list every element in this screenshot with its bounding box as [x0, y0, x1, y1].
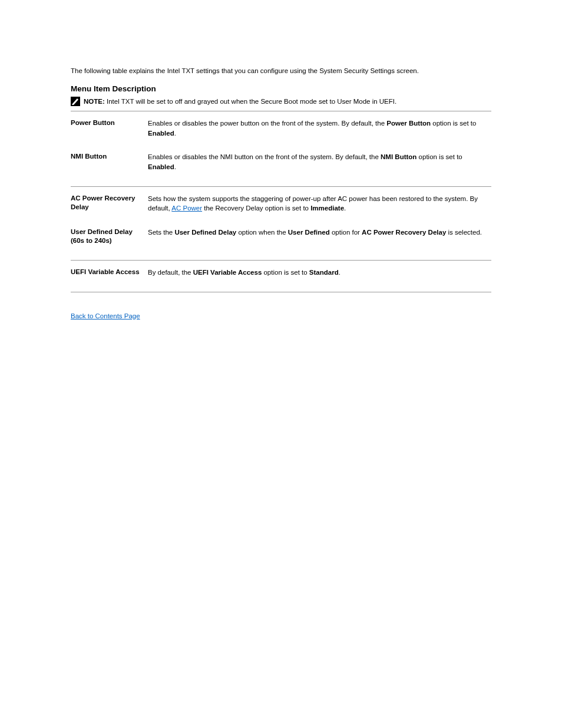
bold-term: UEFI Variable Access [193, 269, 262, 276]
text-span: option when the [236, 229, 288, 236]
inline-link[interactable]: AC Power [171, 205, 202, 212]
setting-description: Sets the User Defined Delay option when … [148, 225, 491, 258]
row-divider [71, 260, 491, 261]
table-row: AC Power Recovery DelaySets how the syst… [71, 192, 491, 225]
note-text: NOTE: Intel TXT will be set to off and g… [84, 97, 491, 106]
setting-description: Enables or disables the power button on … [148, 116, 491, 150]
section-heading: Menu Item Description [71, 84, 491, 93]
table-row: Power ButtonEnables or disables the powe… [71, 116, 491, 150]
document-page: The following table explains the Intel T… [0, 0, 562, 728]
back-link-container: Back to Contents Page [71, 312, 491, 319]
bold-term: User Defined [288, 229, 330, 236]
text-span: option is set to [431, 120, 476, 127]
text-span: Enables or disables the power button on … [148, 120, 386, 127]
setting-description: By default, the UEFI Variable Access opt… [148, 265, 491, 289]
bold-term: Enabled [148, 130, 174, 137]
text-span: the Recovery Delay option is set to [202, 205, 310, 212]
setting-name: Power Button [71, 116, 148, 150]
bold-term: Immediate [310, 205, 344, 212]
note-icon [71, 97, 80, 106]
table-row: NMI ButtonEnables or disables the NMI bu… [71, 150, 491, 183]
bold-term: Standard [309, 269, 339, 276]
bold-term: NMI Button [381, 153, 416, 160]
note-label: NOTE: [84, 98, 107, 105]
text-span: option is set to [262, 269, 309, 276]
text-span: Enables or disables the NMI button on th… [148, 153, 381, 160]
table-row: User Defined Delay (60s to 240s)Sets the… [71, 225, 491, 258]
setting-name: NMI Button [71, 150, 148, 183]
row-divider [71, 186, 491, 187]
note-body: Intel TXT will be set to off and grayed … [107, 98, 396, 105]
bold-term: User Defined Delay [174, 229, 236, 236]
setting-description: Enables or disables the NMI button on th… [148, 150, 491, 183]
text-span: Sets the [148, 229, 174, 236]
setting-name: User Defined Delay (60s to 240s) [71, 225, 148, 258]
setting-name: AC Power Recovery Delay [71, 192, 148, 225]
table-bottom-rule [71, 292, 491, 292]
table-top-rule [71, 111, 491, 111]
note-block: NOTE: Intel TXT will be set to off and g… [71, 97, 491, 106]
back-to-contents-link[interactable]: Back to Contents Page [71, 312, 140, 319]
text-span: is selected. [446, 229, 482, 236]
text-span: option for [330, 229, 362, 236]
text-span: . [344, 205, 346, 212]
text-span: option is set to [416, 153, 462, 160]
setting-name: UEFI Variable Access [71, 265, 148, 289]
intro-paragraph: The following table explains the Intel T… [71, 66, 491, 76]
bold-term: Enabled [148, 163, 174, 170]
table-row: UEFI Variable AccessBy default, the UEFI… [71, 265, 491, 289]
text-span: . [174, 163, 176, 170]
text-span: By default, the [148, 269, 193, 276]
setting-description: Sets how the system supports the stagger… [148, 192, 491, 225]
bold-term: AC Power Recovery Delay [362, 229, 446, 236]
bold-term: Power Button [386, 120, 431, 127]
settings-table: Power ButtonEnables or disables the powe… [71, 116, 491, 297]
text-span: . [339, 269, 340, 276]
text-span: . [174, 130, 176, 137]
